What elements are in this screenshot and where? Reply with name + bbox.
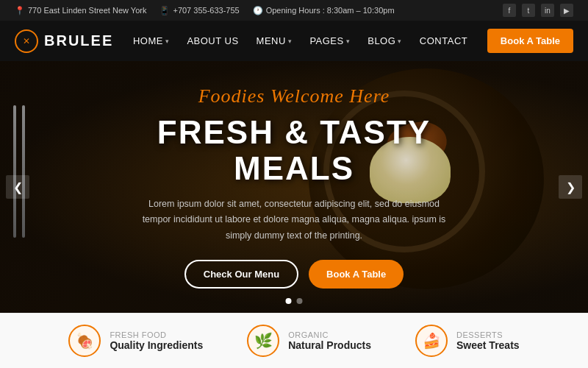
linkedin-icon[interactable]: in	[541, 4, 554, 17]
hero-content: Foodies Welcome Here FRESH & TASTY MEALS…	[92, 85, 496, 289]
feature-value: Quality Ingredients	[110, 339, 203, 351]
nav-item-contact[interactable]: CONTACT	[420, 35, 467, 46]
features-section: 🍖FRESH FOODQuality Ingredients🌿ORGANICNa…	[0, 313, 588, 368]
feature-text: DESSERTSSweet Treats	[456, 330, 520, 351]
feature-label: FRESH FOOD	[110, 330, 203, 339]
feature-icon: 🍖	[68, 325, 101, 357]
address-info: 📍 770 East Linden Street New York	[15, 6, 146, 15]
slide-dot-2[interactable]	[297, 298, 303, 304]
hero-title: FRESH & TASTY MEALS	[107, 115, 481, 186]
hours-text: Opening Hours : 8:30am – 10:30pm	[266, 6, 395, 15]
dropdown-arrow-icon: ▾	[165, 38, 170, 45]
nav-item-home[interactable]: HOME ▾	[133, 35, 170, 46]
hours-info: 🕐 Opening Hours : 8:30am – 10:30pm	[253, 6, 395, 15]
feature-text: ORGANICNatural Products	[288, 330, 371, 351]
navbar: BRULEE HOME ▾ABOUT USMENU ▾PAGES ▾BLOG ▾…	[0, 21, 588, 61]
nav-item-menu[interactable]: MENU ▾	[257, 35, 293, 46]
logo[interactable]: BRULEE	[15, 29, 113, 53]
nav-links: HOME ▾ABOUT USMENU ▾PAGES ▾BLOG ▾CONTACT	[133, 35, 467, 46]
utensils-decoration	[13, 105, 25, 238]
dropdown-arrow-icon: ▾	[398, 38, 402, 45]
hero-description: Lorem ipsum dolor sit amet, consectetur …	[136, 197, 452, 244]
nav-link-contact[interactable]: CONTACT	[420, 35, 467, 46]
nav-link-menu[interactable]: MENU ▾	[257, 35, 293, 46]
phone-icon: 📱	[159, 6, 170, 15]
feature-icon: 🌿	[247, 325, 279, 357]
feature-value: Sweet Treats	[456, 339, 520, 351]
feature-item: 🍖FRESH FOODQuality Ingredients	[68, 325, 203, 357]
nav-item-pages[interactable]: PAGES ▾	[309, 35, 350, 46]
location-icon: 📍	[15, 6, 25, 15]
slide-dot-1[interactable]	[286, 298, 292, 304]
phone-text: +707 355-633-755	[173, 6, 239, 15]
slide-indicators	[286, 298, 303, 304]
dropdown-arrow-icon: ▾	[288, 38, 293, 45]
feature-text: FRESH FOODQuality Ingredients	[110, 330, 203, 351]
top-bar: 📍 770 East Linden Street New York 📱 +707…	[0, 0, 588, 21]
phone-info: 📱 +707 355-633-755	[159, 6, 239, 15]
clock-icon: 🕐	[253, 6, 263, 15]
youtube-icon[interactable]: ▶	[560, 4, 573, 17]
hero-section: ❮ Foodies Welcome Here FRESH & TASTY MEA…	[0, 61, 588, 313]
nav-link-home[interactable]: HOME ▾	[133, 35, 170, 46]
nav-item-about-us[interactable]: ABOUT US	[187, 35, 238, 46]
feature-icon: 🍰	[415, 325, 448, 357]
nav-link-blog[interactable]: BLOG ▾	[368, 35, 402, 46]
prev-slide-button[interactable]: ❮	[6, 175, 29, 199]
fork-icon	[13, 105, 16, 238]
hero-subtitle: Foodies Welcome Here	[107, 85, 481, 107]
address-text: 770 East Linden Street New York	[28, 6, 146, 15]
hero-book-table-button[interactable]: Book A Table	[309, 260, 404, 289]
facebook-icon[interactable]: f	[503, 4, 516, 17]
social-icons: f t in ▶	[503, 4, 573, 17]
feature-item: 🍰DESSERTSSweet Treats	[415, 325, 520, 357]
logo-text: BRULEE	[44, 32, 113, 49]
feature-label: DESSERTS	[456, 330, 520, 339]
check-menu-button[interactable]: Check Our Menu	[184, 260, 298, 289]
nav-link-pages[interactable]: PAGES ▾	[309, 35, 350, 46]
feature-label: ORGANIC	[288, 330, 371, 339]
logo-icon	[15, 29, 38, 53]
book-table-button[interactable]: Book A Table	[487, 29, 573, 53]
feature-item: 🌿ORGANICNatural Products	[247, 325, 371, 357]
next-slide-button[interactable]: ❯	[559, 175, 582, 199]
feature-value: Natural Products	[288, 339, 371, 351]
twitter-icon[interactable]: t	[522, 4, 535, 17]
knife-icon	[22, 105, 25, 238]
nav-link-about-us[interactable]: ABOUT US	[187, 35, 238, 46]
nav-item-blog[interactable]: BLOG ▾	[368, 35, 402, 46]
hero-buttons: Check Our Menu Book A Table	[107, 260, 481, 289]
top-bar-left: 📍 770 East Linden Street New York 📱 +707…	[15, 6, 395, 15]
dropdown-arrow-icon: ▾	[346, 38, 351, 45]
